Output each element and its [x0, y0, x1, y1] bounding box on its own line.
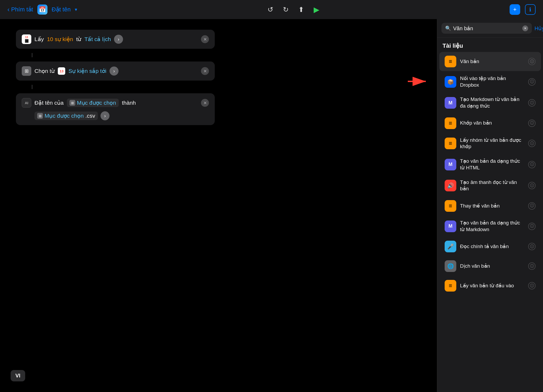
- item10-info-button[interactable]: ⓘ: [528, 243, 536, 250]
- action3-link2[interactable]: Mục được chọn: [45, 113, 84, 119]
- list-item-3[interactable]: M Tạo Markdown từ văn bản đa dạng thức ⓘ: [439, 93, 541, 113]
- list-item-1[interactable]: ≡ Văn bản ⓘ: [439, 52, 541, 71]
- item7-label: Tạo âm thanh đọc từ văn bản: [460, 179, 524, 192]
- list-item-12[interactable]: ≡ Lấy văn bản từ đầu vào ⓘ: [439, 276, 541, 295]
- item12-info-button[interactable]: ⓘ: [528, 282, 536, 289]
- play-button[interactable]: ▶: [314, 5, 319, 14]
- action3-link2-wrap[interactable]: ⊞ Mục được chọn .csv: [34, 112, 98, 120]
- calendar-icon-2: 13: [58, 67, 65, 75]
- item8-label: Thay thế văn bản: [460, 203, 524, 209]
- item9-info-button[interactable]: ⓘ: [528, 223, 536, 230]
- item8-info-button[interactable]: ⓘ: [528, 202, 536, 210]
- item3-info-button[interactable]: ⓘ: [528, 99, 536, 107]
- action3-middle: thành: [122, 100, 136, 106]
- share-button[interactable]: ⬆: [298, 6, 304, 14]
- item2-info-button[interactable]: ⓘ: [528, 78, 536, 86]
- shortcut-emoji: 📅: [39, 6, 46, 13]
- close-icon: ✕: [203, 37, 207, 42]
- item7-info-button[interactable]: ⓘ: [528, 182, 536, 189]
- action1-close-button[interactable]: ✕: [201, 35, 209, 43]
- list-item-9[interactable]: M Tạo văn bản đa dạng thức từ Markdown ⓘ: [439, 216, 541, 236]
- item4-label: Khớp văn bản: [460, 120, 524, 126]
- action-block-3: AI Đặt tên của ⊞ Mục được chọn thành ✕ ⊞…: [16, 93, 215, 125]
- action2-prefix: Chọn từ: [34, 68, 55, 74]
- connector-1: [32, 53, 32, 57]
- shortcut-app-icon: 📅: [37, 5, 47, 15]
- item11-icon: 🌐: [445, 260, 456, 272]
- search-bar: 🔍 ✕ Hủy: [437, 19, 543, 38]
- list-item-10[interactable]: 🎤 Đọc chính tả văn bản ⓘ: [439, 237, 541, 256]
- redo-button[interactable]: ↻: [283, 6, 289, 14]
- list-item-2[interactable]: 📦 Nối vào tệp văn bản Dropbox ⓘ: [439, 72, 541, 92]
- back-label: Phím tắt: [11, 6, 33, 13]
- action2-link[interactable]: Sự kiện sắp tới: [68, 68, 106, 74]
- action-block-1-content: 13 ▦ Lấy 10 sự kiện từ Tất cả lịch ›: [22, 34, 198, 44]
- search-cancel-button[interactable]: Hủy: [535, 25, 543, 32]
- top-header: ‹ Phím tắt 📅 Đặt tên ▾ ↺ ↻ ⬆ ▶ + ℹ: [0, 0, 543, 19]
- search-input-wrap: 🔍 ✕: [441, 23, 532, 34]
- action3-link1-wrap[interactable]: ⊞ Mục được chọn: [67, 99, 119, 107]
- connector-2: [32, 85, 32, 89]
- header-title[interactable]: Đặt tên: [52, 6, 71, 13]
- close-icon-2: ✕: [203, 69, 207, 74]
- action1-chevron-icon: ›: [118, 37, 119, 42]
- item2-icon: 📦: [445, 76, 456, 88]
- action1-expand-button[interactable]: ›: [114, 35, 123, 44]
- item5-label: Lấy nhóm từ văn bản được khớp: [460, 137, 524, 150]
- section-header: Tài liệu: [437, 38, 543, 51]
- item6-label: Tạo văn bản đa dạng thức từ HTML: [460, 158, 524, 171]
- main-content: 13 ▦ Lấy 10 sự kiện từ Tất cả lịch › ✕ ⊞…: [0, 19, 543, 392]
- list-item-5[interactable]: ≡ Lấy nhóm từ văn bản được khớp ⓘ: [439, 133, 541, 154]
- item9-label: Tạo văn bản đa dạng thức từ Markdown: [460, 220, 524, 233]
- action-list: ≡ Văn bản ⓘ 📦 Nối vào tệp văn bản Dropbo…: [437, 51, 543, 392]
- calendar-icon: 13 ▦: [22, 34, 31, 44]
- add-action-button[interactable]: +: [510, 4, 520, 15]
- info-button[interactable]: ℹ: [525, 4, 536, 15]
- action-block-1: 13 ▦ Lấy 10 sự kiện từ Tất cả lịch › ✕: [16, 30, 215, 49]
- item3-label: Tạo Markdown từ văn bản đa dạng thức: [460, 96, 524, 109]
- action3-link1[interactable]: Mục được chọn: [77, 100, 116, 106]
- item10-icon: 🎤: [445, 241, 456, 252]
- clear-icon: ✕: [524, 27, 527, 30]
- action3-suffix: .csv: [85, 113, 95, 119]
- action3-link1-icon: ⊞: [69, 100, 75, 106]
- action3-row1: AI Đặt tên của ⊞ Mục được chọn thành ✕: [22, 98, 209, 108]
- item10-label: Đọc chính tả văn bản: [460, 243, 524, 250]
- item5-info-button[interactable]: ⓘ: [528, 140, 536, 147]
- list-item-7[interactable]: 🔊 Tạo âm thanh đọc từ văn bản ⓘ: [439, 175, 541, 196]
- list-item-11[interactable]: 🌐 Dịch văn bản ⓘ: [439, 257, 541, 276]
- action1-middle: từ: [76, 36, 81, 42]
- item4-icon: ≡: [445, 117, 456, 129]
- item1-info-button[interactable]: ⓘ: [528, 58, 536, 65]
- undo-button[interactable]: ↺: [268, 6, 273, 14]
- action3-link2-icon: ⊞: [37, 113, 43, 119]
- list-item-6[interactable]: M Tạo văn bản đa dạng thức từ HTML ⓘ: [439, 154, 541, 175]
- item7-icon: 🔊: [445, 180, 456, 191]
- list-item-4[interactable]: ≡ Khớp văn bản ⓘ: [439, 114, 541, 133]
- action1-link1[interactable]: 10 sự kiện: [47, 36, 73, 42]
- action3-row2: ⊞ Mục được chọn .csv ›: [34, 111, 222, 120]
- search-icon: 🔍: [445, 25, 451, 31]
- item1-icon: ≡: [445, 56, 456, 67]
- action3-expand-button[interactable]: ›: [100, 111, 110, 120]
- search-input[interactable]: [453, 25, 520, 31]
- back-button[interactable]: ‹ Phím tắt: [7, 6, 33, 13]
- search-clear-button[interactable]: ✕: [522, 25, 528, 31]
- title-chevron-icon[interactable]: ▾: [75, 7, 77, 12]
- action1-link2[interactable]: Tất cả lịch: [84, 36, 111, 42]
- language-badge[interactable]: VI: [11, 370, 25, 381]
- action2-expand-button[interactable]: ›: [110, 67, 119, 76]
- item11-info-button[interactable]: ⓘ: [528, 262, 536, 270]
- item6-icon: M: [445, 159, 456, 170]
- header-center: ↺ ↻ ⬆ ▶: [268, 5, 319, 14]
- action-block-2: ⊞ Chọn từ 13 Sự kiện sắp tới › ✕: [16, 61, 215, 81]
- list-item-8[interactable]: ≡ Thay thế văn bản ⓘ: [439, 196, 541, 215]
- item6-info-button[interactable]: ⓘ: [528, 161, 536, 168]
- action3-close-button[interactable]: ✕: [201, 99, 209, 107]
- red-arrow-indicator: [405, 72, 429, 92]
- action2-close-button[interactable]: ✕: [201, 67, 209, 75]
- add-icon: +: [513, 6, 517, 13]
- back-chevron-icon: ‹: [7, 6, 10, 13]
- header-left: ‹ Phím tắt 📅 Đặt tên ▾: [7, 5, 77, 15]
- item4-info-button[interactable]: ⓘ: [528, 120, 536, 127]
